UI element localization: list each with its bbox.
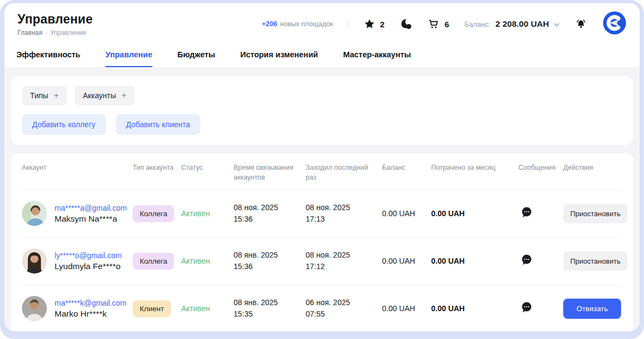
new-sites-count: +206: [262, 20, 277, 28]
link-time-cell: 08 янв. 2025 15:36: [234, 249, 306, 272]
accounts-table: Аккаунт Тип аккаунта Статус Время связыв…: [11, 153, 633, 331]
breadcrumb-separator: ·: [45, 29, 47, 37]
col-last-seen: Заходил последний раз: [306, 163, 382, 182]
last-seen-cell: 08 ноя. 2025 17:12: [306, 249, 382, 272]
cart-icon: [428, 18, 440, 30]
link-time-cell: 08 янв. 2025 15:35: [234, 297, 306, 320]
balance-label: Баланс:: [464, 20, 491, 28]
table-header-row: Аккаунт Тип аккаунта Статус Время связыв…: [22, 154, 622, 189]
balance-value: 2 208.00 UAH: [496, 19, 549, 29]
last-seen-cell: 08 ноя. 2025 17:13: [306, 202, 382, 225]
topbar-divider: [348, 20, 349, 28]
account-cell: ma*****k@gmail.com Marko Hr****k: [22, 296, 133, 321]
filter-chips: Типы + Аккаунты +: [22, 86, 622, 105]
account-type-badge: Клиент: [133, 300, 171, 317]
plus-icon: +: [121, 91, 126, 100]
add-client-button[interactable]: Добавить клиента: [116, 114, 201, 135]
col-account-type: Тип аккаунта: [133, 163, 181, 182]
filter-chip-accounts[interactable]: Аккаунты +: [75, 86, 135, 105]
avatar: [22, 296, 47, 321]
account-email-link[interactable]: ma*****a@gmail.com: [55, 204, 127, 212]
main-content: Типы + Аккаунты + Добавить коллегу Добав…: [4, 67, 640, 331]
link-date: 08 ноя. 2025: [234, 202, 306, 213]
last-seen-time: 17:13: [306, 213, 382, 225]
balance-dropdown[interactable]: Баланс: 2 208.00 UAH: [464, 19, 559, 29]
suspend-button[interactable]: Приостановить: [563, 252, 628, 271]
brand-logo[interactable]: [603, 11, 627, 37]
topbar: Управление Главная·Управление +206новых …: [13, 11, 631, 37]
balance-cell: 0.00 UAH: [382, 209, 431, 218]
favorites-counter[interactable]: 2: [364, 19, 384, 29]
last-seen-cell: 06 ноя. 2025 07:55: [306, 297, 382, 320]
link-date: 08 янв. 2025: [234, 297, 306, 308]
status-badge: Активен: [181, 257, 234, 265]
link-time-cell: 08 ноя. 2025 15:36: [234, 202, 306, 225]
cart-counter[interactable]: 6: [428, 18, 449, 30]
filter-panel: Типы + Аккаунты + Добавить коллегу Добав…: [11, 76, 633, 145]
filter-chip-accounts-label: Аккаунты: [83, 91, 116, 100]
link-date: 08 янв. 2025: [234, 249, 306, 261]
col-balance: Баланс: [382, 163, 431, 182]
col-actions: Действия: [563, 163, 622, 182]
table-row: ly*****o@gmail.com Lyudmyla Fe****o Колл…: [22, 237, 622, 284]
app-window: Управление Главная·Управление +206новых …: [4, 3, 640, 331]
col-status: Статус: [181, 163, 234, 182]
plus-icon: +: [53, 91, 58, 100]
tab-management[interactable]: Управление: [105, 50, 152, 67]
col-link-time: Время связывания аккаунтов: [234, 163, 306, 182]
balance-caret-icon: [554, 19, 559, 29]
table-row: ma*****k@gmail.com Marko Hr****k Клиент …: [22, 284, 622, 331]
new-sites-link[interactable]: +206новых площадок: [262, 20, 333, 28]
last-seen-date: 08 ноя. 2025: [306, 249, 382, 261]
tab-bar: Эффективность Управление Бюджеты История…: [13, 37, 631, 67]
tab-effectiveness[interactable]: Эффективность: [16, 50, 80, 67]
last-seen-date: 08 ноя. 2025: [306, 202, 382, 213]
topbar-right: +206новых площадок 2: [262, 11, 627, 37]
bell-icon[interactable]: [575, 18, 587, 31]
account-email-link[interactable]: ly*****o@gmail.com: [55, 251, 122, 260]
account-email-link[interactable]: ma*****k@gmail.com: [55, 299, 127, 307]
browser-frame: Управление Главная·Управление +206новых …: [0, 0, 644, 339]
col-messages: Сообщения: [518, 163, 563, 182]
account-identity: ly*****o@gmail.com Lyudmyla Fe****o: [55, 251, 122, 271]
link-time: 15:36: [234, 213, 306, 225]
add-colleague-button[interactable]: Добавить коллегу: [22, 114, 106, 135]
tab-master-accounts[interactable]: Мастер-аккаунты: [343, 50, 411, 67]
table-row: ma*****a@gmail.com Maksym Na****a Коллег…: [22, 189, 622, 237]
favorites-count: 2: [380, 20, 384, 29]
breadcrumb-home[interactable]: Главная: [17, 29, 43, 37]
col-account: Аккаунт: [22, 163, 133, 182]
status-badge: Активен: [181, 304, 234, 313]
balance-cell: 0.00 UAH: [382, 304, 431, 313]
tab-budgets[interactable]: Бюджеты: [177, 50, 215, 67]
account-name: Marko Hr****k: [55, 309, 127, 319]
account-type-badge: Коллега: [133, 205, 174, 222]
page-title: Управление: [17, 12, 93, 27]
new-sites-label: новых площадок: [280, 20, 333, 28]
star-icon: [364, 19, 375, 29]
chat-icon[interactable]: [521, 254, 533, 266]
cloud-icon[interactable]: [400, 18, 413, 31]
account-name: Maksym Na****a: [55, 214, 127, 224]
breadcrumb-current: Управление: [50, 29, 87, 37]
spent-month-cell: 0.00 UAH: [431, 209, 518, 218]
account-type-badge: Коллега: [133, 253, 174, 270]
suspend-button[interactable]: Приостановить: [563, 204, 628, 223]
spent-month-cell: 0.00 UAH: [431, 304, 518, 313]
breadcrumb: Главная·Управление: [17, 29, 93, 37]
title-block: Управление Главная·Управление: [17, 12, 93, 37]
link-time: 15:35: [234, 308, 306, 320]
account-name: Lyudmyla Fe****o: [55, 261, 122, 271]
cart-count: 6: [445, 20, 449, 29]
last-seen-time: 17:12: [306, 261, 382, 272]
account-cell: ly*****o@gmail.com Lyudmyla Fe****o: [22, 248, 133, 273]
account-identity: ma*****a@gmail.com Maksym Na****a: [55, 204, 127, 224]
chat-icon[interactable]: [521, 301, 533, 313]
balance-cell: 0.00 UAH: [382, 257, 431, 265]
chat-icon[interactable]: [521, 206, 533, 218]
account-cell: ma*****a@gmail.com Maksym Na****a: [22, 201, 133, 226]
filter-chip-types[interactable]: Типы +: [22, 86, 67, 105]
unlink-button[interactable]: Отвязать: [563, 299, 621, 319]
link-time: 15:36: [234, 261, 306, 272]
tab-change-history[interactable]: История изменений: [240, 50, 318, 67]
